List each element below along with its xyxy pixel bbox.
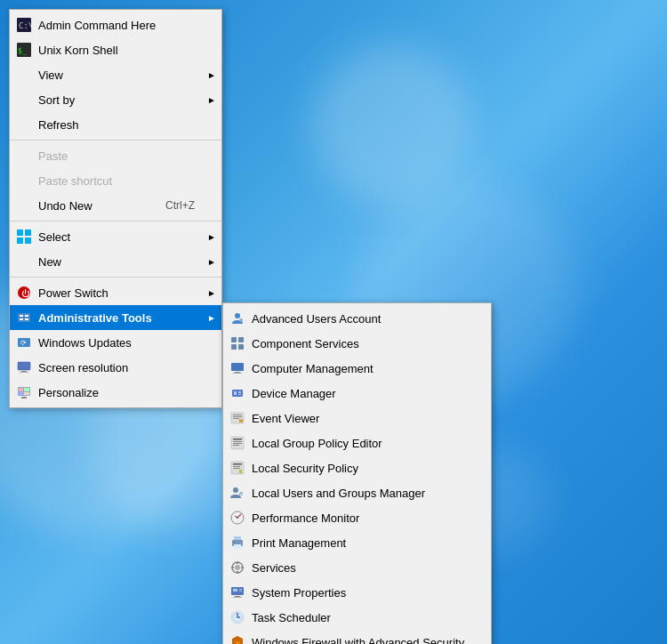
- svg-rect-49: [234, 536, 241, 540]
- print-management-icon: [229, 534, 246, 551]
- undo-shortcut: Ctrl+Z: [148, 199, 195, 212]
- system-properties-icon: [229, 584, 246, 601]
- submenu-print-management[interactable]: Print Management: [223, 530, 491, 555]
- view-label: View: [38, 68, 195, 82]
- svg-text:C:\: C:\: [19, 21, 31, 30]
- svg-text:+: +: [240, 491, 243, 496]
- menu-item-power-switch[interactable]: ⏻ Power Switch ►: [10, 280, 221, 305]
- separator-3: [10, 277, 221, 278]
- submenu-component-services[interactable]: Component Services: [223, 331, 491, 356]
- submenu-local-users[interactable]: + Local Users and Groups Manager: [223, 480, 491, 505]
- sort-icon: [15, 91, 33, 109]
- performance-monitor-label: Performance Monitor: [252, 511, 464, 525]
- menu-item-new[interactable]: New ►: [10, 249, 221, 274]
- svg-rect-31: [233, 418, 239, 419]
- svg-point-16: [239, 318, 243, 322]
- admin-tools-submenu: Advanced Users Account Component Service…: [222, 302, 492, 644]
- menu-item-refresh[interactable]: Refresh: [10, 112, 221, 137]
- menu-item-admin-tools[interactable]: Administrative Tools ► Advanced Users Ac…: [10, 305, 221, 330]
- local-security-label: Local Security Policy: [252, 462, 464, 475]
- svg-rect-77: [20, 372, 28, 373]
- sort-arrow: ►: [207, 95, 216, 105]
- component-services-label: Component Services: [252, 337, 464, 350]
- svg-point-53: [235, 565, 240, 570]
- performance-monitor-icon: [229, 509, 246, 527]
- submenu-event-viewer[interactable]: ! Event Viewer: [223, 406, 491, 431]
- windows-firewall-icon: [229, 633, 246, 644]
- svg-rect-27: [238, 394, 241, 395]
- submenu-local-security[interactable]: Local Security Policy: [223, 455, 491, 480]
- menu-item-view[interactable]: View ►: [10, 62, 221, 87]
- svg-rect-81: [19, 392, 23, 395]
- windows-firewall-label: Windows Firewall with Advanced Security: [252, 636, 464, 645]
- svg-rect-6: [17, 237, 23, 244]
- new-arrow: ►: [207, 257, 216, 267]
- device-manager-icon: [229, 384, 246, 402]
- component-services-icon: [229, 334, 246, 352]
- separator-2: [10, 221, 221, 221]
- menu-item-admin-cmd[interactable]: C:\ Admin Command Here: [10, 12, 221, 37]
- svg-rect-63: [233, 597, 242, 598]
- submenu-computer-management[interactable]: Computer Management: [223, 356, 491, 381]
- context-menu: C:\ Admin Command Here $_ Unix Korn Shel…: [9, 9, 222, 408]
- power-switch-label: Power Switch: [38, 286, 195, 300]
- menu-item-paste-shortcut[interactable]: Paste shortcut: [10, 168, 221, 193]
- svg-text:⏻: ⏻: [21, 289, 30, 298]
- menu-item-sort-by[interactable]: Sort by ►: [10, 87, 221, 112]
- menu-item-windows-updates[interactable]: ⟳ Windows Updates: [10, 330, 221, 355]
- sort-by-label: Sort by: [38, 93, 195, 107]
- menu-item-screen-resolution[interactable]: Screen resolution: [10, 355, 221, 380]
- event-viewer-label: Event Viewer: [252, 412, 464, 425]
- undo-icon: [15, 197, 33, 214]
- local-group-policy-icon: [229, 434, 246, 452]
- submenu-windows-firewall[interactable]: Windows Firewall with Advanced Security: [223, 630, 491, 644]
- submenu-advanced-users[interactable]: Advanced Users Account: [223, 306, 491, 331]
- personalize-icon: [15, 383, 33, 401]
- computer-management-label: Computer Management: [252, 362, 464, 375]
- screen-resolution-label: Screen resolution: [38, 361, 195, 374]
- local-group-policy-label: Local Group Policy Editor: [252, 437, 464, 450]
- admin-tools-label: Administrative Tools: [38, 311, 195, 325]
- svg-rect-50: [234, 544, 241, 549]
- submenu-services[interactable]: Services: [223, 555, 491, 580]
- svg-rect-51: [233, 542, 235, 543]
- submenu-device-manager[interactable]: Device Manager: [223, 381, 491, 406]
- submenu-performance-monitor[interactable]: Performance Monitor: [223, 505, 491, 530]
- menu-item-select[interactable]: Select ►: [10, 224, 221, 249]
- task-scheduler-icon: [229, 608, 246, 626]
- refresh-icon: [15, 116, 33, 133]
- submenu-task-scheduler[interactable]: Task Scheduler: [223, 605, 491, 630]
- svg-rect-26: [238, 391, 241, 393]
- device-manager-label: Device Manager: [252, 387, 464, 400]
- menu-item-paste[interactable]: Paste: [10, 143, 221, 168]
- local-users-icon: +: [229, 484, 246, 502]
- svg-text:$_: $_: [18, 47, 27, 55]
- svg-rect-13: [25, 315, 28, 317]
- svg-rect-11: [20, 315, 23, 317]
- menu-item-personalize[interactable]: Personalize: [10, 380, 221, 405]
- print-management-label: Print Management: [252, 536, 464, 550]
- svg-rect-83: [21, 397, 27, 398]
- svg-rect-7: [25, 237, 31, 244]
- windows-updates-label: Windows Updates: [38, 336, 195, 350]
- svg-rect-21: [231, 363, 244, 371]
- svg-rect-20: [238, 344, 244, 350]
- svg-rect-17: [231, 337, 237, 342]
- admin-tools-icon: [15, 309, 33, 326]
- svg-rect-60: [239, 589, 242, 590]
- svg-rect-18: [238, 337, 244, 342]
- submenu-system-properties[interactable]: System Properties: [223, 580, 491, 605]
- svg-rect-23: [233, 373, 242, 374]
- submenu-local-group-policy[interactable]: Local Group Policy Editor: [223, 431, 491, 455]
- admin-tools-arrow: ►: [207, 313, 216, 323]
- menu-item-undo-new[interactable]: Undo New Ctrl+Z: [10, 193, 221, 218]
- svg-rect-82: [24, 392, 29, 395]
- view-icon: [15, 66, 33, 84]
- svg-rect-5: [25, 229, 31, 236]
- select-label: Select: [38, 230, 195, 244]
- admin-cmd-label: Admin Command Here: [38, 19, 195, 32]
- svg-rect-41: [233, 466, 240, 467]
- svg-rect-4: [17, 229, 23, 236]
- svg-point-47: [237, 517, 238, 519]
- menu-item-unix-shell[interactable]: $_ Unix Korn Shell: [10, 37, 221, 62]
